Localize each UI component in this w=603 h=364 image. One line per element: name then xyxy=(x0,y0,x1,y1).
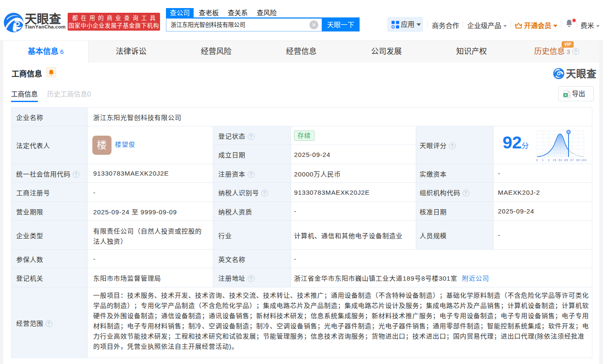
svg-text:97: 97 xyxy=(570,159,574,162)
svg-text:1: 1 xyxy=(542,159,544,162)
svg-text:100: 100 xyxy=(581,159,586,162)
svg-text:50: 50 xyxy=(559,159,563,162)
svg-text:85: 85 xyxy=(564,159,568,162)
svg-text:99: 99 xyxy=(576,159,580,162)
svg-text:3: 3 xyxy=(548,159,549,162)
svg-text:天眼查: 天眼查 xyxy=(566,68,597,80)
svg-text:15: 15 xyxy=(553,159,557,162)
svg-text:0: 0 xyxy=(536,159,538,162)
